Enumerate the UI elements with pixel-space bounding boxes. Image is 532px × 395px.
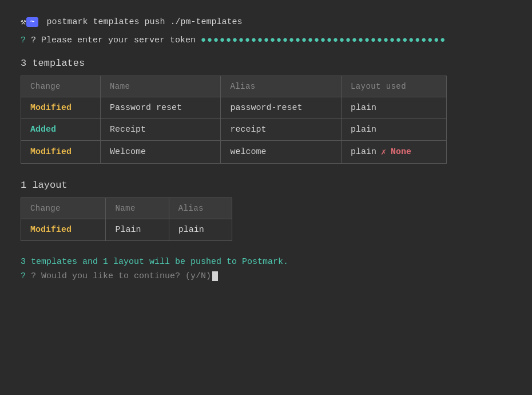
token-dots: ●●●●●●●●●●●●●●●●●●●●●●●●●●●●●●●●●●●●●●● [201, 35, 446, 45]
templates-table: Change Name Alias Layout used ModifiedPa… [21, 76, 447, 164]
table-row: ModifiedWelcomewelcomeplain✗None [21, 141, 447, 164]
col-header-layout-used: Layout used [341, 76, 446, 97]
template-alias-cell: welcome [221, 141, 341, 164]
tilde-box: ~ [26, 17, 39, 27]
command-text: postmark templates push ./pm-templates [46, 17, 242, 27]
template-change-cell: Modified [21, 97, 101, 119]
table-row: AddedReceiptreceiptplain [21, 119, 447, 141]
col-header-change: Change [21, 76, 101, 97]
template-change-cell: Added [21, 119, 101, 141]
footer-prompt: ? ? Would you like to continue? (y/N) [21, 271, 511, 281]
template-alias-cell: receipt [221, 119, 341, 141]
layout-col-header-name: Name [106, 198, 169, 219]
token-prompt-text: ? Please enter your server token [31, 35, 196, 45]
layout-change-cell: Modified [21, 219, 106, 241]
template-layout-cell: plain [341, 97, 446, 119]
col-header-alias: Alias [221, 76, 341, 97]
terminal-header: ⚒ ~ postmark templates push ./pm-templat… [21, 16, 511, 27]
footer-question-mark-icon: ? [21, 271, 31, 281]
footer-prompt-text: ? Would you like to continue? (y/N) [31, 271, 211, 281]
template-name-cell: Password reset [100, 97, 220, 119]
template-name-cell: Welcome [100, 141, 220, 164]
template-layout-cell: plain [341, 119, 446, 141]
template-layout-cell: plain✗None [341, 141, 446, 164]
layouts-table: Change Name Alias ModifiedPlainplain [21, 198, 232, 241]
template-change-cell: Modified [21, 141, 101, 164]
conflict-x-icon: ✗ [381, 147, 386, 157]
prompt-icon-area: ⚒ ~ [21, 16, 38, 27]
cursor [212, 271, 218, 281]
footer-summary: 3 templates and 1 layout will be pushed … [21, 257, 511, 267]
conflict-none-text: None [391, 147, 411, 157]
table-row: ModifiedPassword resetpassword-resetplai… [21, 97, 447, 119]
template-alias-cell: password-reset [221, 97, 341, 119]
layout-col-header-alias: Alias [169, 198, 232, 219]
question-mark-icon: ? [21, 35, 31, 45]
table-row: ModifiedPlainplain [21, 219, 232, 241]
layouts-count: 1 layout [21, 180, 511, 191]
template-name-cell: Receipt [100, 119, 220, 141]
layout-alias-cell: plain [169, 219, 232, 241]
layout-name-cell: Plain [106, 219, 169, 241]
layout-col-header-change: Change [21, 198, 106, 219]
col-header-name: Name [100, 76, 220, 97]
templates-count: 3 templates [21, 58, 511, 69]
hammer-icon: ⚒ [21, 16, 26, 27]
token-prompt-line: ? ? Please enter your server token ●●●●●… [21, 35, 511, 45]
